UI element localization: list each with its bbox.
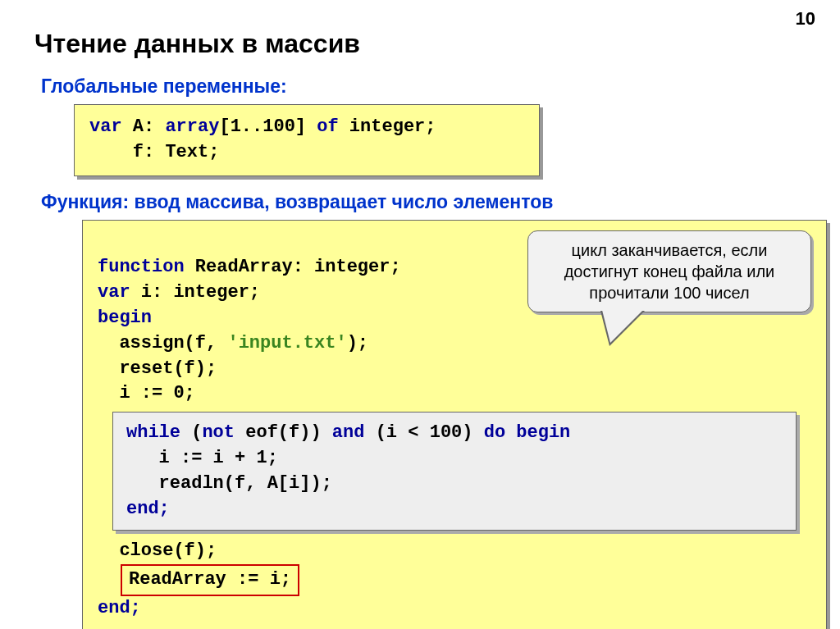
section-function: Функция: ввод массива, возвращает число … [41, 191, 840, 213]
code-text: [1..100] [219, 116, 317, 137]
code-text: f: Text; [89, 142, 219, 162]
section-global-vars: Глобальные переменные: [41, 75, 840, 98]
code-text: ( [180, 422, 202, 443]
code-text: i := i + 1; [126, 448, 278, 468]
kw-end: end; [126, 499, 170, 519]
code-text: eof(f)) [235, 422, 332, 443]
code-text: i := 0; [98, 383, 195, 403]
code-block-while-loop: while (not eof(f)) and (i < 100) do begi… [112, 412, 797, 531]
kw-function: function [98, 257, 185, 277]
code-text: close(f); [98, 540, 217, 561]
kw-array: array [165, 116, 219, 137]
kw-while: while [126, 422, 180, 443]
code-text: ReadArray: integer; [185, 257, 401, 277]
code-text: assign(f, [98, 333, 227, 353]
code-text: i: integer; [130, 282, 260, 303]
code-text: A: [122, 116, 166, 137]
highlighted-return: ReadArray := i; [121, 564, 299, 596]
kw-of: of [317, 116, 338, 137]
code-text: reset(f); [98, 358, 217, 379]
code-text: readln(f, A[i]); [126, 473, 332, 494]
code-text: integer; [339, 116, 436, 137]
kw-var: var [98, 282, 130, 303]
kw-and: and [332, 422, 365, 443]
page-number: 10 [796, 8, 815, 30]
callout-bubble: цикл заканчивается, если достигнут конец… [527, 230, 811, 312]
slide-title: Чтение данных в массив [34, 29, 840, 59]
kw-var: var [89, 116, 122, 137]
code-text: ); [347, 333, 368, 353]
kw-end: end; [98, 598, 141, 618]
kw-begin: begin [98, 308, 152, 328]
code-block-function: цикл заканчивается, если достигнут конец… [82, 220, 827, 629]
string-literal: 'input.txt' [227, 333, 346, 353]
kw-not: not [202, 422, 235, 443]
code-block-globals: var A: array[1..100] of integer; f: Text… [74, 104, 540, 176]
code-text: (i < 100) [364, 422, 483, 443]
kw-do-begin: do begin [484, 422, 571, 443]
